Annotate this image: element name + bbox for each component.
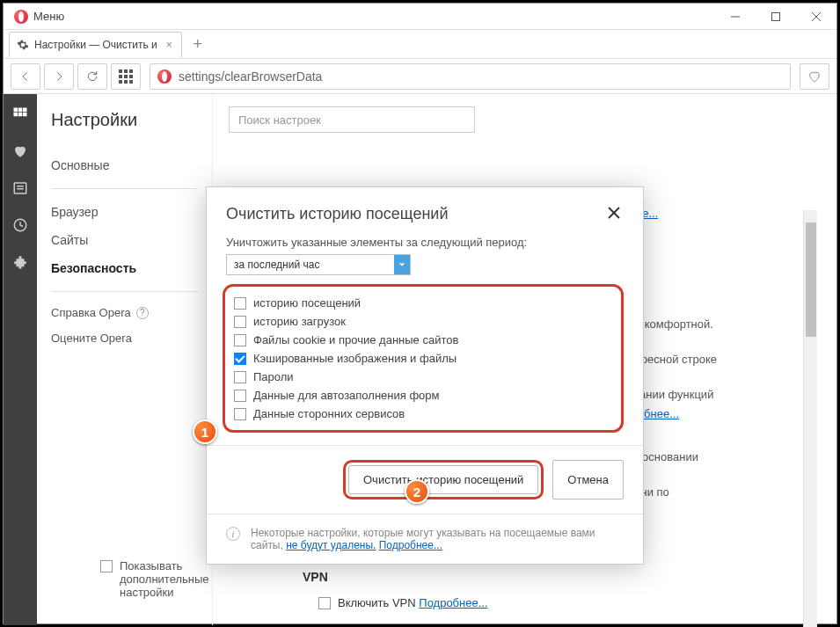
option-passwords[interactable]: Пароли	[234, 368, 612, 386]
dialog-footer: i Некоторые настройки, которые могут ука…	[207, 514, 643, 564]
clear-button[interactable]: Очистить историю посещений	[348, 465, 538, 494]
divider	[51, 188, 198, 189]
cancel-button[interactable]: Отмена	[552, 460, 624, 499]
dialog-title: Очистить историю посещений	[226, 205, 448, 223]
callout-2: 2	[405, 479, 429, 504]
app-sidebar	[4, 94, 37, 625]
checkbox-checked-icon	[234, 353, 246, 365]
close-window-button[interactable]	[796, 4, 836, 30]
bookmark-button[interactable]	[800, 63, 829, 90]
svg-rect-1	[772, 12, 780, 20]
vpn-section: VPN Включить VPN Подробнее...	[303, 570, 488, 609]
info-icon: i	[226, 527, 240, 541]
footer-link-more[interactable]: Подробнее...	[379, 539, 442, 551]
divider	[51, 291, 198, 292]
scroll-thumb[interactable]	[806, 222, 816, 337]
checkbox-icon	[234, 408, 246, 420]
address-input[interactable]	[179, 69, 790, 84]
dialog-close-button[interactable]	[604, 203, 624, 225]
clear-button-highlight: Очистить историю посещений	[343, 460, 544, 499]
option-autofill[interactable]: Данные для автозаполнения форм	[234, 386, 612, 405]
sidebar-help[interactable]: Справка Opera?	[51, 301, 198, 324]
reload-button[interactable]	[77, 63, 107, 90]
vpn-checkbox[interactable]	[318, 597, 331, 609]
opera-logo-icon	[14, 10, 28, 24]
checkbox-icon	[234, 390, 246, 402]
minimize-button[interactable]	[715, 4, 756, 30]
news-icon[interactable]	[12, 180, 28, 196]
menu-button[interactable]: Меню	[33, 10, 64, 23]
new-tab-button[interactable]: +	[186, 32, 210, 56]
option-cache[interactable]: Кэшированные изображения и файлы	[234, 349, 612, 368]
tab-close-button[interactable]: ×	[164, 39, 174, 51]
vpn-label: Включить VPN Подробнее...	[338, 596, 488, 609]
vpn-more-link[interactable]: Подробнее...	[419, 596, 487, 609]
sidebar-rate[interactable]: Оцените Opera	[51, 324, 198, 352]
checkbox-icon	[234, 297, 246, 310]
help-icon: ?	[136, 307, 149, 319]
address-bar[interactable]	[150, 63, 791, 90]
option-history[interactable]: историю посещений	[234, 294, 612, 312]
footer-link-notdeleted[interactable]: не будут удалены.	[286, 539, 376, 551]
sidebar-item-browser[interactable]: Браузер	[51, 198, 198, 226]
address-opera-icon	[157, 69, 172, 84]
svg-rect-8	[18, 113, 23, 117]
titlebar: Меню	[4, 4, 836, 30]
history-icon[interactable]	[12, 217, 28, 233]
sidebar-item-sites[interactable]: Сайты	[51, 226, 198, 254]
chevron-down-icon	[394, 255, 410, 274]
checkbox-icon	[100, 560, 113, 572]
tab-title: Настройки — Очистить и	[34, 39, 157, 51]
heart-icon[interactable]	[12, 143, 28, 159]
svg-rect-4	[14, 108, 18, 113]
speed-dial-icon[interactable]	[12, 106, 28, 122]
forward-button[interactable]	[44, 63, 74, 90]
period-label: Уничтожить указанные элементы за следующ…	[226, 236, 624, 249]
show-advanced-checkbox[interactable]: Показывать дополнительные настройки	[100, 559, 260, 599]
sidebar-item-main[interactable]: Основные	[51, 151, 198, 179]
settings-search-input[interactable]: Поиск настроек	[229, 106, 475, 133]
option-downloads[interactable]: историю загрузок	[234, 312, 612, 331]
options-highlight: историю посещений историю загрузок Файлы…	[223, 284, 624, 433]
vpn-heading: VPN	[303, 570, 488, 584]
svg-rect-6	[23, 108, 27, 113]
sidebar-item-security[interactable]: Безопасность	[51, 254, 198, 282]
callout-1: 1	[193, 419, 217, 444]
svg-rect-9	[23, 113, 27, 117]
tab-strip: Настройки — Очистить и × +	[4, 30, 836, 59]
clear-history-dialog: Очистить историю посещений Уничтожить ук…	[206, 186, 644, 565]
checkbox-icon	[234, 316, 246, 328]
checkbox-icon	[234, 371, 246, 383]
settings-title: Настройки	[51, 110, 198, 130]
speed-dial-button[interactable]	[111, 63, 141, 90]
svg-rect-7	[14, 113, 18, 117]
navbar	[4, 59, 836, 94]
settings-sidebar: Настройки Основные Браузер Сайты Безопас…	[37, 94, 213, 625]
maximize-button[interactable]	[756, 4, 796, 30]
scrollbar[interactable]	[803, 210, 817, 627]
gear-icon	[17, 39, 29, 51]
back-button[interactable]	[11, 63, 40, 90]
svg-rect-5	[18, 108, 23, 113]
footer-text: Некоторые настройки, которые могут указы…	[251, 527, 624, 551]
extensions-icon[interactable]	[12, 254, 28, 270]
checkbox-icon	[234, 334, 246, 346]
period-dropdown[interactable]: за последний час	[226, 254, 411, 275]
tab-settings[interactable]: Настройки — Очистить и ×	[9, 32, 182, 57]
option-thirdparty[interactable]: Данные сторонних сервисов	[234, 405, 612, 423]
dialog-actions: Очистить историю посещений Отмена	[207, 445, 643, 514]
option-cookies[interactable]: Файлы cookie и прочие данные сайтов	[234, 331, 612, 349]
